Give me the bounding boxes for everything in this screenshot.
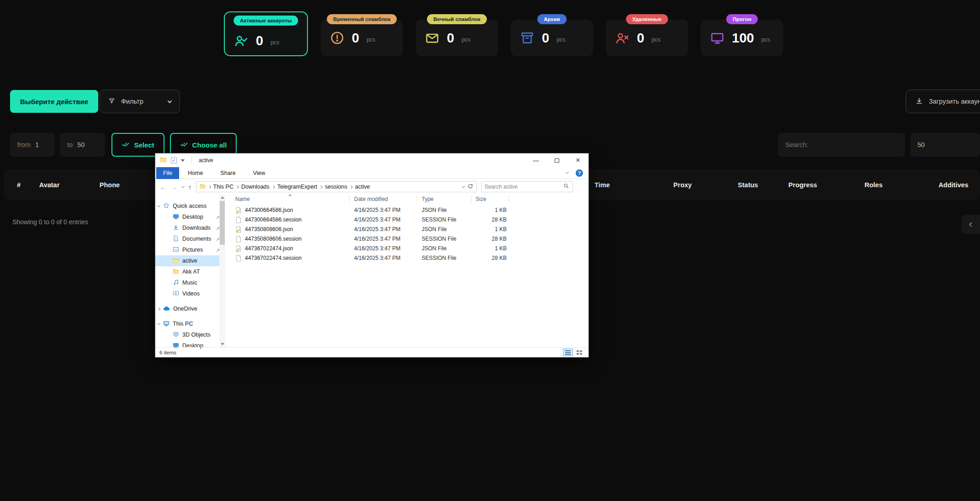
sidebar-item-onedrive[interactable]: OneDrive xyxy=(155,303,225,314)
file-row[interactable]: 447300664586.session 4/16/2025 3:47 PM S… xyxy=(225,215,588,225)
scroll-up-icon[interactable] xyxy=(221,196,224,199)
ribbon-expand-icon[interactable] xyxy=(566,171,569,174)
file-date: 4/16/2025 3:47 PM xyxy=(354,255,400,261)
explorer-title-bar[interactable]: ✓ active — × xyxy=(155,153,588,167)
minimize-button[interactable]: — xyxy=(525,153,546,167)
sidebar-item-active[interactable]: active xyxy=(155,255,225,266)
filter-dropdown[interactable]: Фильтр xyxy=(100,90,180,113)
nav-label: Music xyxy=(182,280,197,286)
sidebar-item-akk-at[interactable]: Akk AT xyxy=(155,266,225,277)
to-input[interactable] xyxy=(77,141,98,148)
column-name[interactable]: Name xyxy=(235,196,250,202)
toolbar-dropdown-icon[interactable] xyxy=(181,159,185,162)
file-row[interactable]: 447367022474.json 4/16/2025 3:47 PM JSON… xyxy=(225,244,588,253)
search-input[interactable] xyxy=(785,141,898,148)
pagination-prev-button[interactable]: ‹ xyxy=(961,215,980,234)
menu-view[interactable]: View xyxy=(244,167,274,179)
file-name: 447367022474.json xyxy=(245,245,293,252)
choose-action-button[interactable]: Выберите действие xyxy=(10,90,98,113)
sidebar-item-desktop[interactable]: Desktop xyxy=(155,211,225,222)
col-number[interactable]: # xyxy=(17,181,21,189)
card-temp-spamblock[interactable]: Временный спамблок 0 pcs xyxy=(321,20,403,56)
table-search-field[interactable] xyxy=(778,133,905,157)
file-name: 447350808606.session xyxy=(245,236,302,242)
stat-cards-row: Активные аккаунты 0 pcs Временный спамбл… xyxy=(224,11,783,56)
breadcrumb-sessions[interactable]: sessions xyxy=(325,184,347,190)
maximize-button[interactable] xyxy=(546,153,567,167)
nav-label: Documents xyxy=(182,236,211,242)
large-icons-view-button[interactable] xyxy=(574,348,584,356)
col-avatar[interactable]: Avatar xyxy=(39,181,60,189)
column-date-modified[interactable]: Date modified xyxy=(354,196,388,202)
explorer-search-input[interactable] xyxy=(485,184,561,190)
file-explorer-window[interactable]: ✓ active — × File Home Share View ? xyxy=(155,153,589,358)
range-from-field[interactable]: from xyxy=(10,133,55,157)
details-view-button[interactable] xyxy=(563,348,573,356)
breadcrumb-this-pc[interactable]: This PC xyxy=(213,184,233,190)
breadcrumb-downloads[interactable]: Downloads xyxy=(241,184,270,190)
card-deleted[interactable]: Удаленные 0 pcs xyxy=(606,20,688,56)
file-size: 1 KB xyxy=(471,207,507,213)
sidebar-item-pictures[interactable]: Pictures xyxy=(155,244,225,255)
upload-accounts-button[interactable]: Загрузить аккаунт xyxy=(906,90,980,113)
col-time[interactable]: Time xyxy=(594,181,610,189)
col-additives[interactable]: Additives xyxy=(938,181,968,189)
explorer-search-box[interactable] xyxy=(481,181,573,192)
refresh-icon[interactable] xyxy=(467,183,473,190)
video-icon xyxy=(173,290,179,298)
expand-icon[interactable] xyxy=(157,204,160,207)
card-count: 100 xyxy=(732,31,754,46)
sidebar-item-documents[interactable]: Documents xyxy=(155,233,225,244)
card-perm-spamblock[interactable]: Вечный спамблок 0 pcs xyxy=(416,20,498,56)
from-input[interactable] xyxy=(35,141,48,148)
menu-share[interactable]: Share xyxy=(212,167,244,179)
sidebar-item-music[interactable]: Music xyxy=(155,277,225,288)
nav-label: Downloads xyxy=(182,225,211,231)
column-type[interactable]: Type xyxy=(422,196,434,202)
address-dropdown-icon[interactable] xyxy=(461,185,465,188)
file-row[interactable]: 447300664586.json 4/16/2025 3:47 PM JSON… xyxy=(225,206,588,215)
file-row[interactable]: 447367022474.session 4/16/2025 3:47 PM S… xyxy=(225,253,588,263)
col-phone[interactable]: Phone xyxy=(100,181,120,189)
col-progress[interactable]: Progress xyxy=(789,181,817,189)
help-icon[interactable]: ? xyxy=(576,169,583,177)
range-to-field[interactable]: to xyxy=(60,133,105,157)
sidebar-item-quick-access[interactable]: Quick access xyxy=(155,200,225,211)
col-proxy[interactable]: Proxy xyxy=(673,181,692,189)
card-badge: Удаленные xyxy=(626,14,668,24)
col-status[interactable]: Status xyxy=(738,181,758,189)
file-row[interactable]: 447350808606.session 4/16/2025 3:47 PM S… xyxy=(225,234,588,244)
column-size[interactable]: Size xyxy=(476,196,486,202)
expand-icon[interactable] xyxy=(157,307,160,310)
select-label: Select xyxy=(134,141,154,149)
recent-locations-icon[interactable] xyxy=(181,185,185,188)
file-row[interactable]: 447350808606.json 4/16/2025 3:47 PM JSON… xyxy=(225,225,588,234)
card-active-accounts[interactable]: Активные аккаунты 0 pcs xyxy=(224,11,308,56)
properties-check-icon[interactable]: ✓ xyxy=(171,158,177,163)
scroll-down-icon[interactable] xyxy=(221,343,224,345)
menu-home[interactable]: Home xyxy=(179,167,212,179)
address-box[interactable]: This PC Downloads TelegramExpert session… xyxy=(196,181,477,192)
menu-file[interactable]: File xyxy=(156,167,179,179)
close-button[interactable]: × xyxy=(567,153,588,167)
breadcrumb-active[interactable]: active xyxy=(355,184,370,190)
up-button[interactable]: ↑ xyxy=(188,184,192,190)
page-size-input[interactable] xyxy=(917,141,973,148)
sidebar-item-downloads[interactable]: Downloads xyxy=(155,222,225,233)
sidebar-item-3d-objects[interactable]: 3D Objects xyxy=(155,329,225,340)
expand-icon[interactable] xyxy=(157,322,160,325)
page-size-field[interactable] xyxy=(910,133,980,157)
file-name: 447300664586.json xyxy=(245,207,293,213)
col-roles[interactable]: Roles xyxy=(864,181,883,189)
back-button[interactable]: ← xyxy=(160,184,167,190)
sidebar-item-this-pc[interactable]: This PC xyxy=(155,318,225,329)
scrollbar-thumb[interactable] xyxy=(220,201,225,245)
card-unit: pcs xyxy=(270,39,279,46)
forward-button[interactable]: → xyxy=(171,184,178,190)
card-progon[interactable]: Прогон 100 pcs xyxy=(701,20,783,56)
card-archive[interactable]: Архив 0 pcs xyxy=(511,20,593,56)
nav-scrollbar[interactable] xyxy=(219,195,225,347)
sidebar-item-videos[interactable]: Videos xyxy=(155,288,225,299)
breadcrumb-telegramexpert[interactable]: TelegramExpert xyxy=(277,184,318,190)
nav-label: Quick access xyxy=(173,203,207,209)
